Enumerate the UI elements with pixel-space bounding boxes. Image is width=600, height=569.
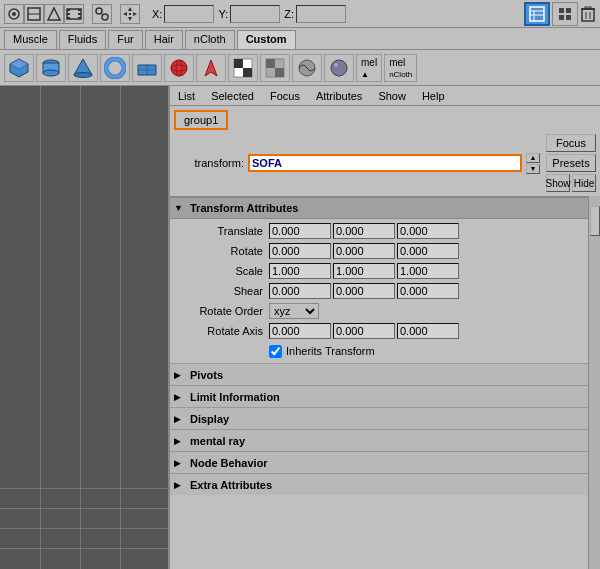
tab-fluids[interactable]: Fluids xyxy=(59,30,106,49)
toolbar-icon-1[interactable] xyxy=(4,4,24,24)
section-display[interactable]: ▶ Display xyxy=(170,407,600,429)
translate-z[interactable] xyxy=(397,223,459,239)
scale-z[interactable] xyxy=(397,263,459,279)
icon-plane[interactable] xyxy=(132,54,162,82)
shear-z[interactable] xyxy=(397,283,459,299)
section-limit-info[interactable]: ▶ Limit Information xyxy=(170,385,600,407)
grid-h3 xyxy=(0,528,168,529)
toolbar-icon-5[interactable] xyxy=(92,4,112,24)
z-label: Z: xyxy=(284,8,294,20)
shear-x[interactable] xyxy=(269,283,331,299)
menu-help[interactable]: Help xyxy=(418,90,449,102)
tab-fur[interactable]: Fur xyxy=(108,30,143,49)
focus-button[interactable]: Focus xyxy=(546,134,596,152)
rotate-y[interactable] xyxy=(333,243,395,259)
tab-custom[interactable]: Custom xyxy=(237,30,296,49)
attr-editor-icon[interactable] xyxy=(524,2,550,26)
icon-torus[interactable] xyxy=(100,54,130,82)
mel-button[interactable]: mel▲ xyxy=(356,54,382,82)
section-pivots[interactable]: ▶ Pivots xyxy=(170,363,600,385)
viewport[interactable] xyxy=(0,86,170,569)
rotate-axis-x[interactable] xyxy=(269,323,331,339)
svg-rect-25 xyxy=(566,8,571,13)
rotate-x[interactable] xyxy=(269,243,331,259)
svg-rect-53 xyxy=(266,59,275,68)
icon-arrow-up[interactable] xyxy=(196,54,226,82)
section-display-arrow: ▶ xyxy=(174,414,186,424)
ncloth-button[interactable]: melnCloth xyxy=(384,54,417,82)
icon-sphere-solid[interactable] xyxy=(324,54,354,82)
translate-x[interactable] xyxy=(269,223,331,239)
svg-rect-26 xyxy=(559,15,564,20)
top-toolbar: X: Y: Z: xyxy=(0,0,600,28)
presets-button[interactable]: Presets xyxy=(546,154,596,172)
section-node-behavior[interactable]: ▶ Node Behavior xyxy=(170,451,600,473)
svg-rect-7 xyxy=(67,13,70,15)
menu-focus[interactable]: Focus xyxy=(266,90,304,102)
menu-selected[interactable]: Selected xyxy=(207,90,258,102)
rotate-axis-label: Rotate Axis xyxy=(174,325,269,337)
grid-v3 xyxy=(120,86,121,569)
inherits-transform-label: Inherits Transform xyxy=(286,345,375,357)
toolbar-icon-2[interactable] xyxy=(24,4,44,24)
tool-settings-icon[interactable] xyxy=(552,2,578,26)
x-label: X: xyxy=(152,8,162,20)
tab-muscle[interactable]: Muscle xyxy=(4,30,57,49)
hide-button[interactable]: Hide xyxy=(572,174,596,192)
toolbar-icon-3[interactable] xyxy=(44,4,64,24)
icon-checker[interactable] xyxy=(228,54,258,82)
rotate-axis-z[interactable] xyxy=(397,323,459,339)
inherits-transform-checkbox[interactable] xyxy=(269,345,282,358)
tab-ncloth[interactable]: nCloth xyxy=(185,30,235,49)
translate-y[interactable] xyxy=(333,223,395,239)
rotate-order-select[interactable]: xyz yzx zxy xzy yxz zyx xyxy=(269,303,319,319)
transform-arrow-up[interactable]: ▲ xyxy=(526,153,540,163)
show-button[interactable]: Show xyxy=(546,174,570,192)
menu-show[interactable]: Show xyxy=(374,90,410,102)
section-extraattrs-arrow: ▶ xyxy=(174,480,186,490)
icon-checker2[interactable] xyxy=(260,54,290,82)
svg-rect-19 xyxy=(129,13,131,15)
attr-row-shear: Shear xyxy=(170,281,600,301)
shear-y[interactable] xyxy=(333,283,395,299)
section-extra-attrs[interactable]: ▶ Extra Attributes xyxy=(170,473,600,495)
icon-cylinder[interactable] xyxy=(36,54,66,82)
scale-x[interactable] xyxy=(269,263,331,279)
toolbar-icon-film[interactable] xyxy=(64,4,84,24)
node-tab-group1[interactable]: group1 xyxy=(174,110,228,130)
attrs-scroll: ▼ Transform Attributes Translate xyxy=(170,196,600,495)
svg-rect-6 xyxy=(67,9,70,11)
translate-label: Translate xyxy=(174,225,269,237)
scale-inputs xyxy=(269,263,459,279)
rotate-axis-y[interactable] xyxy=(333,323,395,339)
icon-cube-blue[interactable] xyxy=(4,54,34,82)
section-mental-ray[interactable]: ▶ mental ray xyxy=(170,429,600,451)
menu-list[interactable]: List xyxy=(174,90,199,102)
rotate-z[interactable] xyxy=(397,243,459,259)
svg-rect-28 xyxy=(582,9,594,21)
icon-sphere-red[interactable] xyxy=(164,54,194,82)
icon-cone[interactable] xyxy=(68,54,98,82)
transform-arrow-down[interactable]: ▼ xyxy=(526,164,540,174)
attr-row-rotate: Rotate xyxy=(170,241,600,261)
svg-rect-24 xyxy=(559,8,564,13)
tab-bar: Muscle Fluids Fur Hair nCloth Custom xyxy=(0,28,600,50)
transform-input[interactable] xyxy=(248,154,522,172)
scrollbar-track[interactable] xyxy=(588,196,600,569)
x-input[interactable] xyxy=(164,5,214,23)
section-transform-arrow: ▼ xyxy=(174,203,186,213)
section-transform-header[interactable]: ▼ Transform Attributes xyxy=(170,197,600,219)
icon-sphere-checker[interactable] xyxy=(292,54,322,82)
section-nodebehavior-title: Node Behavior xyxy=(190,457,268,469)
menu-attributes[interactable]: Attributes xyxy=(312,90,366,102)
z-input[interactable] xyxy=(296,5,346,23)
toolbar-icon-move[interactable] xyxy=(120,4,140,24)
section-display-title: Display xyxy=(190,413,229,425)
icon-toolbar: mel▲ melnCloth xyxy=(0,50,600,86)
svg-point-45 xyxy=(171,60,187,76)
scale-y[interactable] xyxy=(333,263,395,279)
scrollbar-thumb[interactable] xyxy=(590,206,600,236)
y-input[interactable] xyxy=(230,5,280,23)
tab-hair[interactable]: Hair xyxy=(145,30,183,49)
trash-icon[interactable] xyxy=(580,2,596,26)
